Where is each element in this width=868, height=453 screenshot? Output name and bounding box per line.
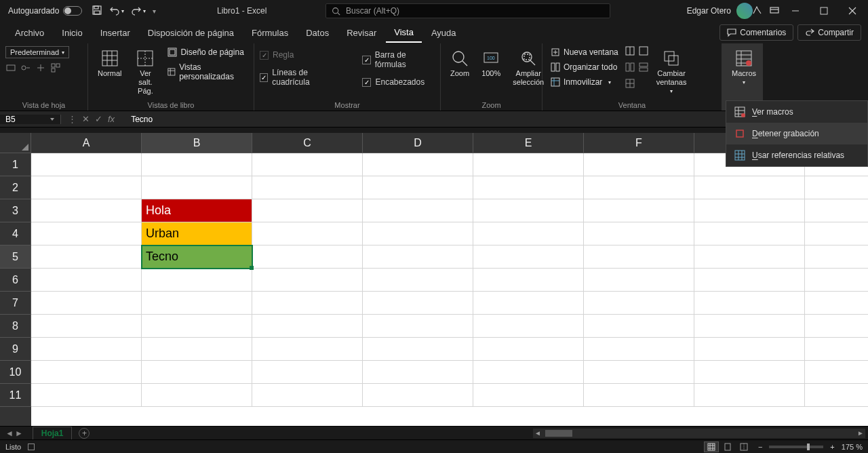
cell-5[interactable] [805,245,868,269]
cancel-icon[interactable]: ✕ [82,114,90,124]
cell-D7[interactable] [363,292,473,315]
comments-button[interactable]: Comentarios [719,24,793,41]
tab-insertar[interactable]: Insertar [92,24,138,42]
cell-E3[interactable] [473,199,584,222]
add-sheet-button[interactable]: + [79,428,90,439]
switch-windows-button[interactable]: Cambiar ventanas▾ [652,46,691,98]
cell-F4[interactable] [584,222,694,245]
zoom-in-icon[interactable]: + [830,443,834,451]
tab-revisar[interactable]: Revisar [338,24,384,42]
cell-F6[interactable] [584,269,694,292]
col-header-B[interactable]: B [142,133,252,153]
zoom-slider[interactable] [769,446,823,448]
keep-icon[interactable] [5,62,16,76]
tab-prev-icon[interactable]: ◄ [5,429,14,438]
share-button[interactable]: Compartir [797,24,861,41]
cell-A5[interactable] [31,245,142,269]
page-break-button[interactable]: Ver salt. Pág. [130,46,161,99]
freeze-panes-button[interactable]: Inmovilizar▾ [548,76,621,88]
cell-A11[interactable] [31,384,142,407]
cell-4[interactable] [694,222,805,245]
scroll-left-icon[interactable]: ◄ [533,429,542,437]
sheet-tab-hoja1[interactable]: Hoja1 [33,427,73,439]
cell-5[interactable] [694,245,805,269]
col-header-A[interactable]: A [31,133,142,153]
cell-A9[interactable] [31,338,142,361]
cell-F11[interactable] [584,384,694,407]
exit-icon[interactable] [20,62,31,76]
cell-C3[interactable] [252,199,363,222]
cell-B7[interactable] [142,292,252,315]
minimize-button[interactable] [783,1,808,20]
cell-D1[interactable] [363,153,473,176]
redo-icon[interactable]: ▾ [131,5,146,16]
tab-vista[interactable]: Vista [386,23,422,43]
cell-D9[interactable] [363,338,473,361]
scroll-right-icon[interactable]: ► [856,429,865,437]
row-header-3[interactable]: 3 [0,199,31,222]
cell-11[interactable] [694,384,805,407]
name-box[interactable]: B5 [0,115,61,124]
zoom-out-icon[interactable]: − [758,443,762,451]
save-icon[interactable] [92,5,102,18]
cell-B9[interactable] [142,338,252,361]
row-header-7[interactable]: 7 [0,292,31,315]
cell-A1[interactable] [31,153,142,176]
cell-6[interactable] [694,269,805,292]
cell-9[interactable] [805,338,868,361]
cell-A8[interactable] [31,315,142,338]
col-header-E[interactable]: E [473,133,584,153]
cell-3[interactable] [694,199,805,222]
tab-archivo[interactable]: Archivo [7,24,52,42]
cell-D4[interactable] [363,222,473,245]
formulabar-checkbox[interactable]: Barra de fórmulas [362,50,435,69]
cell-7[interactable] [694,292,805,315]
col-header-F[interactable]: F [584,133,694,153]
cell-C10[interactable] [252,361,363,384]
cell-D6[interactable] [363,269,473,292]
enter-icon[interactable]: ✓ [95,114,102,124]
cell-A6[interactable] [31,269,142,292]
cell-F5[interactable] [584,245,694,269]
view-macros-item[interactable]: Ver macros [726,101,867,123]
cell-B6[interactable] [142,269,252,292]
search-box[interactable]: Buscar (Alt+Q) [326,3,610,18]
cell-A10[interactable] [31,361,142,384]
split-icon[interactable] [625,46,635,58]
page-layout-view-icon[interactable] [720,441,735,452]
reset-pos-icon[interactable] [625,79,635,91]
row-header-4[interactable]: 4 [0,222,31,245]
cell-C7[interactable] [252,292,363,315]
cell-E4[interactable] [473,222,584,245]
row-header-11[interactable]: 11 [0,384,31,407]
cell-E6[interactable] [473,269,584,292]
undo-icon[interactable]: ▾ [109,5,124,16]
cell-B10[interactable] [142,361,252,384]
cell-D11[interactable] [363,384,473,407]
cell-2[interactable] [694,176,805,199]
cell-D10[interactable] [363,361,473,384]
relative-references-item[interactable]: Usar referencias relativas [726,144,867,166]
cell-C5[interactable] [252,245,363,269]
cell-11[interactable] [805,384,868,407]
macros-button[interactable]: Macros▾ [728,46,760,89]
tab-ayuda[interactable]: Ayuda [423,24,465,42]
page-break-view-icon[interactable] [736,441,751,452]
cell-C9[interactable] [252,338,363,361]
scroll-thumb[interactable] [545,430,572,437]
row-header-9[interactable]: 9 [0,338,31,361]
cell-B3[interactable]: Hola [142,199,252,222]
cell-C11[interactable] [252,384,363,407]
zoom-button[interactable]: Zoom [446,46,473,81]
cell-9[interactable] [694,338,805,361]
tab-inicio[interactable]: Inicio [54,24,90,42]
cell-F1[interactable] [584,153,694,176]
tab-formulas[interactable]: Fórmulas [243,24,296,42]
view-side-icon[interactable] [625,62,635,75]
row-header-2[interactable]: 2 [0,176,31,199]
cell-E5[interactable] [473,245,584,269]
predeterminado-dropdown[interactable]: Predeterminad▾ [5,46,69,58]
cell-D8[interactable] [363,315,473,338]
page-layout-button[interactable]: Diseño de página [165,46,248,58]
cell-2[interactable] [805,176,868,199]
